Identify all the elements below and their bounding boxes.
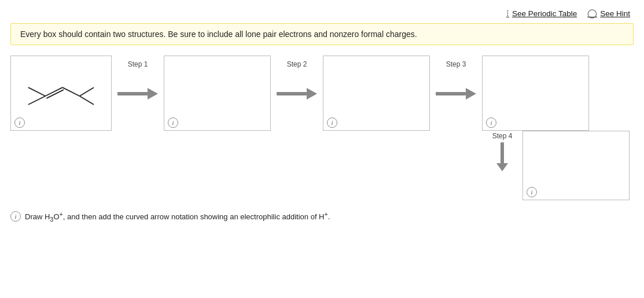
periodic-table-label: See Periodic Table [512, 9, 577, 18]
start-molecule-box[interactable]: i [10, 56, 112, 131]
bottom-note: i Draw H3O+, and then add the curved arr… [10, 211, 634, 223]
svg-rect-11 [436, 92, 466, 95]
step3-arrow [433, 87, 479, 101]
step1-arrow-svg [117, 87, 158, 101]
step3-box[interactable]: i [482, 56, 589, 131]
step4-arrow [495, 142, 509, 174]
step2-box-info[interactable]: i [327, 117, 337, 128]
svg-marker-10 [307, 88, 317, 100]
svg-line-6 [80, 96, 94, 105]
step1-box[interactable]: i [164, 56, 271, 131]
bottom-note-icon: i [10, 211, 21, 222]
periodic-table-icon: ⁝ [506, 8, 509, 19]
hint-button[interactable]: ◯ See Hint [587, 8, 630, 19]
svg-rect-9 [277, 92, 307, 95]
step3-label: Step 3 [446, 60, 466, 68]
step3-arrow-group: Step 3 [430, 56, 482, 101]
step1-arrow-group: Step 1 [112, 56, 164, 101]
step4-box[interactable]: i [522, 131, 630, 200]
svg-line-4 [62, 87, 80, 96]
step3-top: Step 3 i [430, 56, 630, 131]
step3-box-info[interactable]: i [486, 117, 496, 128]
molecule-svg [11, 56, 111, 130]
instruction-text: Every box should contain two structures.… [20, 30, 417, 39]
step3-arrow-svg [436, 87, 476, 101]
svg-rect-7 [117, 92, 148, 95]
step2-label: Step 2 [287, 60, 307, 68]
periodic-table-button[interactable]: ⁝ See Periodic Table [506, 8, 577, 19]
step1-box-info[interactable]: i [168, 117, 178, 128]
step3-col: Step 3 i [430, 56, 630, 200]
step4-group: Step 4 i [430, 131, 630, 200]
step2-arrow-group: Step 2 [271, 56, 323, 101]
hint-label: See Hint [600, 9, 630, 18]
hint-icon: ◯ [587, 8, 597, 19]
instruction-bar: Every box should contain two structures.… [10, 23, 634, 45]
step4-box-info[interactable]: i [527, 187, 537, 197]
step4-arrow-svg [495, 142, 509, 171]
step2-arrow [274, 87, 320, 101]
svg-line-5 [80, 87, 94, 96]
step4-label: Step 4 [492, 132, 513, 140]
step4-label-arrow: Step 4 [482, 131, 522, 174]
svg-line-1 [28, 96, 46, 105]
start-box-info[interactable]: i [14, 117, 25, 128]
top-bar: ⁝ See Periodic Table ◯ See Hint [0, 0, 644, 23]
step1-label: Step 1 [128, 60, 148, 68]
svg-marker-14 [496, 163, 508, 171]
svg-line-0 [28, 87, 46, 96]
svg-marker-12 [466, 88, 476, 100]
steps-row: i Step 1 i Step 2 [10, 56, 634, 200]
bottom-note-text: Draw H3O+, and then add the curved arrow… [25, 211, 330, 223]
step1-arrow [115, 87, 161, 101]
step2-arrow-svg [277, 87, 317, 101]
svg-rect-13 [501, 142, 504, 163]
main-content: i Step 1 i Step 2 [0, 56, 644, 200]
svg-marker-8 [148, 88, 158, 100]
step2-box[interactable]: i [323, 56, 430, 131]
